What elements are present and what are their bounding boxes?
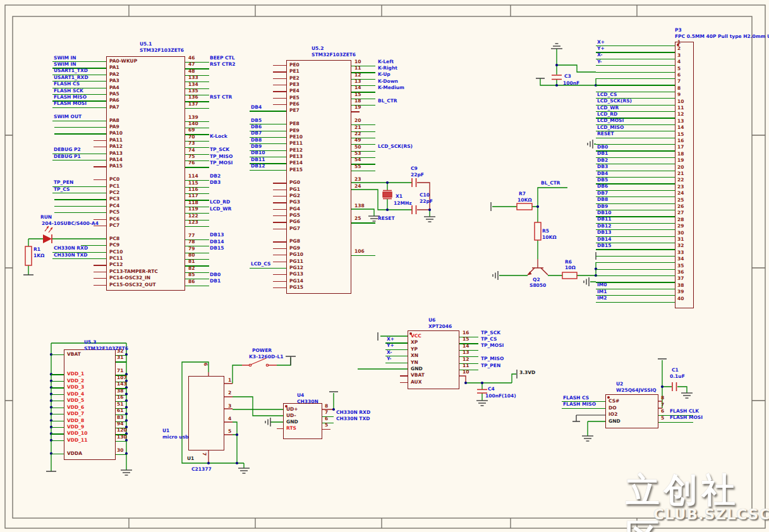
pin-stub[interactable] (273, 202, 286, 203)
pin-stub[interactable] (351, 111, 360, 112)
net-wire[interactable] (51, 408, 64, 408)
net-label: DB6 (251, 124, 262, 130)
pin-underline[interactable] (116, 361, 126, 362)
pin-stub[interactable] (94, 278, 106, 279)
net-wire[interactable] (51, 454, 64, 454)
net-wire[interactable] (596, 85, 675, 85)
net-wire[interactable] (51, 427, 64, 428)
pin-stub[interactable] (273, 85, 286, 85)
net-wire[interactable] (51, 354, 64, 355)
pin-stub[interactable] (273, 287, 286, 288)
pin-stub[interactable] (94, 147, 106, 147)
net-wire[interactable] (51, 414, 64, 414)
pin-underline[interactable] (351, 171, 375, 171)
pin-underline[interactable] (185, 108, 209, 109)
net-wire[interactable] (52, 121, 106, 121)
pin-stub[interactable] (273, 71, 286, 72)
pin-number: 61 (117, 408, 123, 413)
pin-stub[interactable] (94, 179, 106, 180)
pin-stub[interactable] (273, 196, 286, 196)
schematic-sheet[interactable]: U5.1STM32F103ZET6PA0-WKUPSWIM INPA1SWIM … (0, 0, 769, 532)
net-wire[interactable] (54, 127, 106, 128)
pin-stub[interactable] (273, 98, 286, 99)
net-wire[interactable] (562, 408, 605, 409)
net-wire[interactable] (52, 160, 106, 160)
net-wire[interactable] (54, 212, 106, 213)
pin-stub[interactable] (94, 219, 106, 220)
net-wire[interactable] (596, 65, 675, 66)
pin-stub[interactable] (273, 209, 286, 210)
net-wire[interactable] (52, 193, 106, 193)
pin-stub[interactable] (94, 272, 106, 272)
pin-stub[interactable] (94, 285, 106, 286)
net-wire[interactable] (51, 433, 64, 434)
pin-stub[interactable] (94, 140, 106, 141)
net-wire[interactable] (596, 289, 675, 289)
net-wire[interactable] (385, 363, 408, 363)
net-wire[interactable] (596, 302, 675, 303)
net-wire[interactable] (51, 421, 64, 421)
pin-name: CS# (609, 399, 619, 404)
net-wire[interactable] (250, 268, 286, 269)
net-wire[interactable] (596, 59, 675, 59)
pin-stub[interactable] (273, 229, 286, 229)
transistor-q2-icon[interactable] (528, 268, 548, 275)
pin-stub[interactable] (273, 65, 286, 66)
net-wire[interactable] (596, 295, 675, 296)
pin-stub[interactable] (273, 262, 286, 262)
label-1KΩ: 1KΩ (33, 253, 44, 258)
pin-stub[interactable] (277, 428, 283, 429)
pin-stub[interactable] (273, 215, 286, 216)
pin-underline[interactable] (351, 222, 375, 223)
net-wire[interactable] (51, 440, 64, 441)
pin-underline[interactable] (116, 454, 126, 455)
ic-u1-microusb[interactable] (188, 376, 224, 450)
net-wire[interactable] (51, 401, 64, 401)
net-wire[interactable] (51, 387, 64, 388)
net-wire[interactable] (51, 381, 64, 382)
net-wire[interactable] (54, 206, 106, 207)
net-wire[interactable] (596, 262, 675, 263)
pin-stub[interactable] (400, 382, 408, 383)
net-wire[interactable] (596, 256, 675, 257)
pin-stub[interactable] (273, 255, 286, 255)
pin-underline[interactable] (351, 255, 375, 256)
pin-stub[interactable] (322, 429, 330, 430)
pin-underline[interactable] (185, 286, 209, 286)
net-wire[interactable] (54, 199, 106, 200)
pin-stub[interactable] (273, 104, 286, 105)
net-wire[interactable] (596, 138, 675, 138)
net-wire[interactable] (250, 170, 286, 171)
net-wire[interactable] (51, 374, 64, 375)
net-wire[interactable] (596, 249, 675, 250)
pin-stub[interactable] (400, 375, 408, 376)
pin-stub[interactable] (273, 274, 286, 275)
net-wire[interactable] (596, 282, 675, 282)
pin-stub[interactable] (273, 222, 286, 222)
pin-underline[interactable] (185, 226, 209, 227)
net-wire[interactable] (54, 133, 106, 134)
pin-stub[interactable] (94, 166, 106, 167)
pin-stub[interactable] (273, 183, 286, 183)
pin-stub[interactable] (273, 281, 286, 282)
pin-stub[interactable] (273, 78, 286, 79)
net-wire[interactable] (596, 45, 675, 46)
net-wire[interactable] (52, 258, 106, 259)
net-wire[interactable] (596, 52, 675, 52)
pin-stub[interactable] (94, 265, 106, 265)
net-wire[interactable] (51, 394, 64, 395)
pin-stub[interactable] (273, 241, 286, 242)
pin-underline[interactable] (185, 167, 209, 167)
pin-stub[interactable] (273, 91, 286, 92)
net-wire[interactable] (250, 111, 286, 111)
net-wire[interactable] (596, 72, 675, 73)
net-wire[interactable] (596, 78, 675, 79)
pin-underline[interactable] (658, 422, 693, 423)
pin-underline[interactable] (116, 441, 126, 442)
pin-stub[interactable] (273, 248, 286, 249)
net-wire[interactable] (52, 107, 106, 108)
led-run-icon[interactable] (43, 226, 52, 244)
pin-stub[interactable] (273, 190, 286, 190)
net-wire[interactable] (596, 275, 675, 276)
net-wire[interactable] (596, 269, 675, 270)
